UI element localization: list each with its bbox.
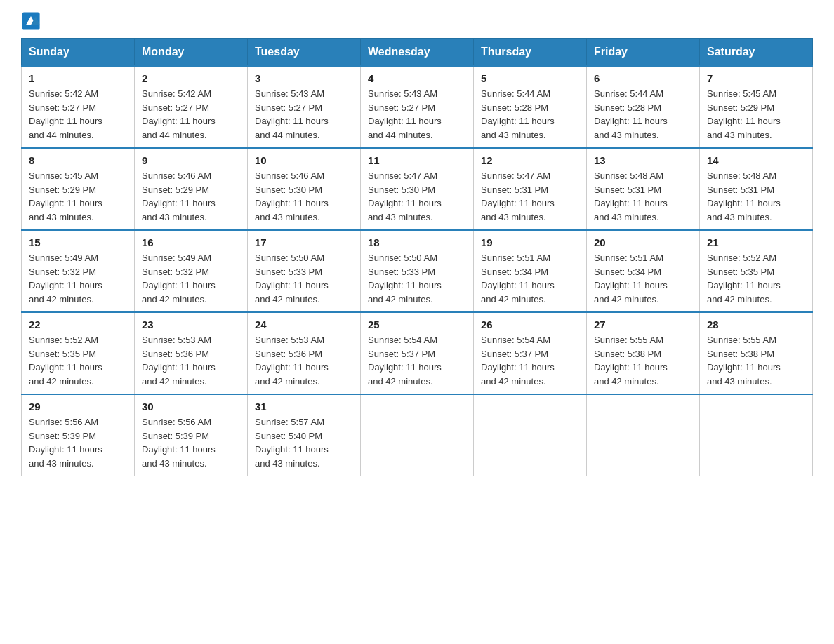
day-number: 26 [481, 318, 579, 330]
week-row-5: 29 Sunrise: 5:56 AM Sunset: 5:39 PM Dayl… [22, 394, 813, 476]
calendar-cell: 8 Sunrise: 5:45 AM Sunset: 5:29 PM Dayli… [22, 148, 135, 230]
day-number: 10 [255, 154, 353, 166]
week-row-3: 15 Sunrise: 5:49 AM Sunset: 5:32 PM Dayl… [22, 230, 813, 312]
day-number: 8 [29, 154, 127, 166]
header-wednesday: Wednesday [361, 39, 474, 67]
day-info: Sunrise: 5:57 AM Sunset: 5:40 PM Dayligh… [255, 415, 353, 470]
header-row: SundayMondayTuesdayWednesdayThursdayFrid… [22, 39, 813, 67]
header-sunday: Sunday [22, 39, 135, 67]
calendar-cell: 31 Sunrise: 5:57 AM Sunset: 5:40 PM Dayl… [248, 394, 361, 476]
day-info: Sunrise: 5:46 AM Sunset: 5:30 PM Dayligh… [255, 169, 353, 224]
calendar-header: SundayMondayTuesdayWednesdayThursdayFrid… [22, 39, 813, 67]
header-tuesday: Tuesday [248, 39, 361, 67]
calendar-cell: 4 Sunrise: 5:43 AM Sunset: 5:27 PM Dayli… [361, 66, 474, 148]
calendar-cell: 3 Sunrise: 5:43 AM Sunset: 5:27 PM Dayli… [248, 66, 361, 148]
day-info: Sunrise: 5:48 AM Sunset: 5:31 PM Dayligh… [707, 169, 805, 224]
calendar-cell: 20 Sunrise: 5:51 AM Sunset: 5:34 PM Dayl… [587, 230, 700, 312]
calendar-cell [474, 394, 587, 476]
calendar-cell: 19 Sunrise: 5:51 AM Sunset: 5:34 PM Dayl… [474, 230, 587, 312]
day-info: Sunrise: 5:43 AM Sunset: 5:27 PM Dayligh… [368, 87, 466, 142]
day-info: Sunrise: 5:53 AM Sunset: 5:36 PM Dayligh… [142, 333, 240, 388]
logo [21, 14, 44, 31]
day-info: Sunrise: 5:56 AM Sunset: 5:39 PM Dayligh… [29, 415, 127, 470]
calendar-cell: 22 Sunrise: 5:52 AM Sunset: 5:35 PM Dayl… [22, 312, 135, 394]
day-info: Sunrise: 5:51 AM Sunset: 5:34 PM Dayligh… [594, 251, 692, 306]
day-info: Sunrise: 5:48 AM Sunset: 5:31 PM Dayligh… [594, 169, 692, 224]
day-number: 23 [142, 318, 240, 330]
day-info: Sunrise: 5:49 AM Sunset: 5:32 PM Dayligh… [29, 251, 127, 306]
calendar-cell: 28 Sunrise: 5:55 AM Sunset: 5:38 PM Dayl… [700, 312, 813, 394]
calendar-cell [700, 394, 813, 476]
day-number: 6 [594, 72, 692, 84]
day-info: Sunrise: 5:53 AM Sunset: 5:36 PM Dayligh… [255, 333, 353, 388]
day-number: 7 [707, 72, 805, 84]
day-number: 16 [142, 236, 240, 248]
calendar-cell: 14 Sunrise: 5:48 AM Sunset: 5:31 PM Dayl… [700, 148, 813, 230]
calendar-cell: 18 Sunrise: 5:50 AM Sunset: 5:33 PM Dayl… [361, 230, 474, 312]
day-number: 11 [368, 154, 466, 166]
day-info: Sunrise: 5:49 AM Sunset: 5:32 PM Dayligh… [142, 251, 240, 306]
calendar-cell: 12 Sunrise: 5:47 AM Sunset: 5:31 PM Dayl… [474, 148, 587, 230]
header-monday: Monday [135, 39, 248, 67]
day-number: 22 [29, 318, 127, 330]
day-info: Sunrise: 5:42 AM Sunset: 5:27 PM Dayligh… [142, 87, 240, 142]
day-number: 30 [142, 401, 240, 412]
calendar-cell: 27 Sunrise: 5:55 AM Sunset: 5:38 PM Dayl… [587, 312, 700, 394]
calendar-body: 1 Sunrise: 5:42 AM Sunset: 5:27 PM Dayli… [22, 66, 813, 476]
day-number: 15 [29, 236, 127, 248]
day-info: Sunrise: 5:42 AM Sunset: 5:27 PM Dayligh… [29, 87, 127, 142]
day-info: Sunrise: 5:51 AM Sunset: 5:34 PM Dayligh… [481, 251, 579, 306]
day-info: Sunrise: 5:56 AM Sunset: 5:39 PM Dayligh… [142, 415, 240, 470]
day-info: Sunrise: 5:45 AM Sunset: 5:29 PM Dayligh… [29, 169, 127, 224]
day-number: 20 [594, 236, 692, 248]
calendar-cell: 17 Sunrise: 5:50 AM Sunset: 5:33 PM Dayl… [248, 230, 361, 312]
day-info: Sunrise: 5:47 AM Sunset: 5:31 PM Dayligh… [481, 169, 579, 224]
calendar-cell: 21 Sunrise: 5:52 AM Sunset: 5:35 PM Dayl… [700, 230, 813, 312]
day-info: Sunrise: 5:54 AM Sunset: 5:37 PM Dayligh… [368, 333, 466, 388]
day-info: Sunrise: 5:43 AM Sunset: 5:27 PM Dayligh… [255, 87, 353, 142]
day-number: 3 [255, 72, 353, 84]
week-row-1: 1 Sunrise: 5:42 AM Sunset: 5:27 PM Dayli… [22, 66, 813, 148]
calendar-cell: 30 Sunrise: 5:56 AM Sunset: 5:39 PM Dayl… [135, 394, 248, 476]
calendar-cell: 11 Sunrise: 5:47 AM Sunset: 5:30 PM Dayl… [361, 148, 474, 230]
calendar-cell: 29 Sunrise: 5:56 AM Sunset: 5:39 PM Dayl… [22, 394, 135, 476]
logo-icon [21, 11, 41, 31]
day-number: 9 [142, 154, 240, 166]
day-number: 24 [255, 318, 353, 330]
day-number: 5 [481, 72, 579, 84]
day-info: Sunrise: 5:47 AM Sunset: 5:30 PM Dayligh… [368, 169, 466, 224]
calendar-cell: 25 Sunrise: 5:54 AM Sunset: 5:37 PM Dayl… [361, 312, 474, 394]
day-info: Sunrise: 5:50 AM Sunset: 5:33 PM Dayligh… [255, 251, 353, 306]
calendar-cell: 6 Sunrise: 5:44 AM Sunset: 5:28 PM Dayli… [587, 66, 700, 148]
header-thursday: Thursday [474, 39, 587, 67]
calendar-cell: 7 Sunrise: 5:45 AM Sunset: 5:29 PM Dayli… [700, 66, 813, 148]
day-number: 1 [29, 72, 127, 84]
day-number: 17 [255, 236, 353, 248]
day-number: 31 [255, 401, 353, 412]
day-number: 13 [594, 154, 692, 166]
day-number: 18 [368, 236, 466, 248]
day-number: 4 [368, 72, 466, 84]
header-friday: Friday [587, 39, 700, 67]
calendar-cell [361, 394, 474, 476]
calendar-cell: 24 Sunrise: 5:53 AM Sunset: 5:36 PM Dayl… [248, 312, 361, 394]
calendar-table: SundayMondayTuesdayWednesdayThursdayFrid… [21, 38, 813, 476]
calendar-cell: 9 Sunrise: 5:46 AM Sunset: 5:29 PM Dayli… [135, 148, 248, 230]
page-header [21, 14, 813, 31]
day-number: 27 [594, 318, 692, 330]
header-saturday: Saturday [700, 39, 813, 67]
calendar-cell: 13 Sunrise: 5:48 AM Sunset: 5:31 PM Dayl… [587, 148, 700, 230]
calendar-cell: 1 Sunrise: 5:42 AM Sunset: 5:27 PM Dayli… [22, 66, 135, 148]
day-info: Sunrise: 5:55 AM Sunset: 5:38 PM Dayligh… [707, 333, 805, 388]
calendar-cell [587, 394, 700, 476]
day-number: 19 [481, 236, 579, 248]
day-info: Sunrise: 5:45 AM Sunset: 5:29 PM Dayligh… [707, 87, 805, 142]
day-info: Sunrise: 5:46 AM Sunset: 5:29 PM Dayligh… [142, 169, 240, 224]
calendar-cell: 2 Sunrise: 5:42 AM Sunset: 5:27 PM Dayli… [135, 66, 248, 148]
week-row-2: 8 Sunrise: 5:45 AM Sunset: 5:29 PM Dayli… [22, 148, 813, 230]
day-info: Sunrise: 5:44 AM Sunset: 5:28 PM Dayligh… [594, 87, 692, 142]
day-info: Sunrise: 5:54 AM Sunset: 5:37 PM Dayligh… [481, 333, 579, 388]
day-number: 21 [707, 236, 805, 248]
day-info: Sunrise: 5:44 AM Sunset: 5:28 PM Dayligh… [481, 87, 579, 142]
day-number: 25 [368, 318, 466, 330]
